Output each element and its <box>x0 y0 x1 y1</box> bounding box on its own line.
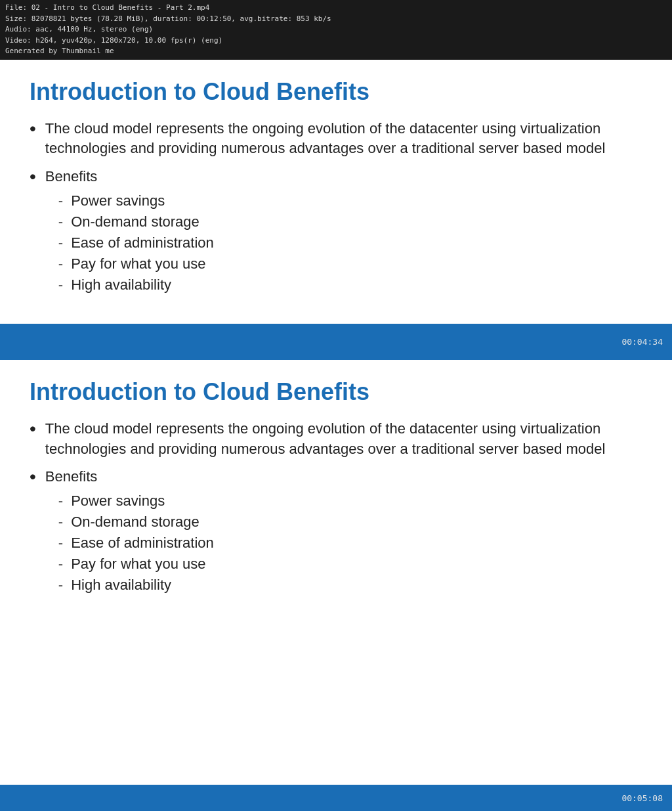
bullet-dot-1: • <box>30 119 36 139</box>
slide1-intro-text: The cloud model represents the ongoing e… <box>45 119 642 160</box>
dash-3: - <box>58 255 63 273</box>
dash-4: - <box>58 276 63 294</box>
slide1-sub-text-4: High availability <box>71 276 171 294</box>
bullet-dot-s2-1: • <box>30 419 36 439</box>
slide2-sub-text-3: Pay for what you use <box>71 556 205 573</box>
bullet-dot-s2-2: • <box>30 467 36 487</box>
slide1-sub-text-3: Pay for what you use <box>71 255 205 273</box>
slide2-sub-text-1: On-demand storage <box>71 514 200 531</box>
slide2-sub-text-4: High availability <box>71 577 171 594</box>
slide1-sub-text-0: Power savings <box>71 192 165 209</box>
metadata-line3: Audio: aac, 44100 Hz, stereo (eng) <box>5 24 667 35</box>
slide2-sub-item-4: - High availability <box>58 577 214 594</box>
metadata-line4: Video: h264, yuv420p, 1280x720, 10.00 fp… <box>5 35 667 47</box>
slide2-sub-text-2: Ease of administration <box>71 535 214 552</box>
slide1-sub-item-0: - Power savings <box>58 192 214 209</box>
slide1: Introduction to Cloud Benefits • The clo… <box>0 60 672 324</box>
slide1-benefits-label: Benefits <box>45 168 98 185</box>
slide2-intro-item: • The cloud model represents the ongoing… <box>30 419 642 460</box>
slide2-sub-text-0: Power savings <box>71 493 165 510</box>
slide1-sub-text-1: On-demand storage <box>71 213 200 230</box>
slide2-sub-item-1: - On-demand storage <box>58 514 214 531</box>
s2-dash-0: - <box>58 493 63 510</box>
slide1-intro-item: • The cloud model represents the ongoing… <box>30 119 642 160</box>
slide2: Introduction to Cloud Benefits • The clo… <box>0 360 672 624</box>
slide2-bullet-list: • The cloud model represents the ongoing… <box>30 419 642 598</box>
slide2-intro-text: The cloud model represents the ongoing e… <box>45 419 642 460</box>
dash-1: - <box>58 213 63 230</box>
slide1-sub-list: - Power savings - On-demand storage - Ea… <box>58 192 214 294</box>
slide2-sub-list: - Power savings - On-demand storage - Ea… <box>58 493 214 594</box>
slide1-benefits-block: Benefits - Power savings - On-demand sto… <box>45 167 214 297</box>
bottom-bar: 00:05:08 <box>0 785 672 811</box>
slide1-sub-item-1: - On-demand storage <box>58 213 214 230</box>
slide2-sub-item-3: - Pay for what you use <box>58 556 214 573</box>
slide2-benefits-block: Benefits - Power savings - On-demand sto… <box>45 467 214 598</box>
metadata-line5: Generated by Thumbnail me <box>5 46 667 57</box>
metadata-line2: Size: 82078821 bytes (78.28 MiB), durati… <box>5 14 667 25</box>
s2-dash-3: - <box>58 556 63 573</box>
slide1-sub-text-2: Ease of administration <box>71 234 214 252</box>
bottom-timestamp: 00:05:08 <box>621 793 663 803</box>
dash-0: - <box>58 192 63 209</box>
page-wrapper: File: 02 - Intro to Cloud Benefits - Par… <box>0 0 672 811</box>
s2-dash-1: - <box>58 514 63 531</box>
slide1-sub-item-2: - Ease of administration <box>58 234 214 252</box>
metadata-line1: File: 02 - Intro to Cloud Benefits - Par… <box>5 3 667 14</box>
bullet-dot-2: • <box>30 167 36 187</box>
s2-dash-4: - <box>58 577 63 594</box>
divider-bar: 00:04:34 <box>0 324 672 360</box>
slide2-benefits-item: • Benefits - Power savings - On-demand s… <box>30 467 642 598</box>
divider-timestamp: 00:04:34 <box>621 337 663 347</box>
slide1-benefits-item: • Benefits - Power savings - On-demand s… <box>30 167 642 297</box>
slide2-title: Introduction to Cloud Benefits <box>30 378 642 406</box>
slide1-bullet-list: • The cloud model represents the ongoing… <box>30 119 642 297</box>
slide2-benefits-label: Benefits <box>45 468 98 485</box>
slide2-sub-item-0: - Power savings <box>58 493 214 510</box>
slide1-title: Introduction to Cloud Benefits <box>30 78 642 106</box>
slide1-sub-item-3: - Pay for what you use <box>58 255 214 273</box>
slide1-sub-item-4: - High availability <box>58 276 214 294</box>
metadata-bar: File: 02 - Intro to Cloud Benefits - Par… <box>0 0 672 60</box>
dash-2: - <box>58 234 63 252</box>
s2-dash-2: - <box>58 535 63 552</box>
slide2-sub-item-2: - Ease of administration <box>58 535 214 552</box>
